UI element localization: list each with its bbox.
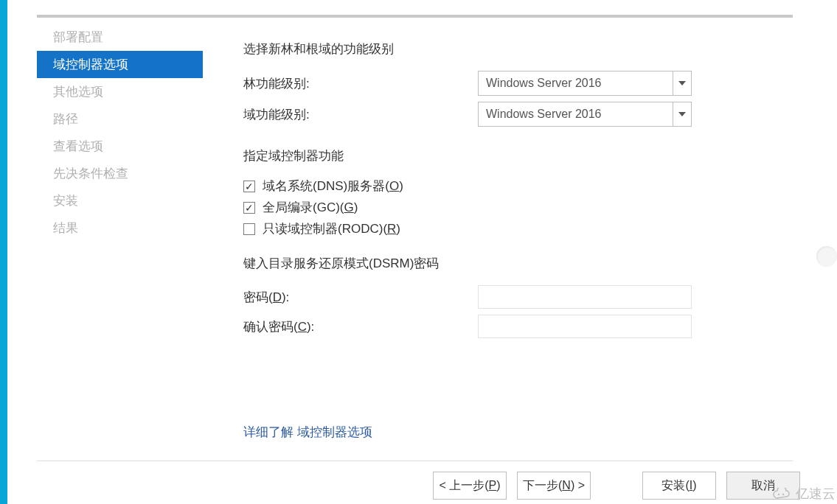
header-divider: [37, 15, 793, 18]
password-label-post: ):: [282, 290, 289, 304]
next-post: ) >: [571, 479, 585, 492]
password-label-pre: 密码(: [243, 290, 273, 304]
chevron-down-icon: [678, 112, 686, 116]
next-pre: 下一步(: [523, 478, 562, 494]
previous-post: ): [496, 479, 500, 492]
sidebar-item-dc-options[interactable]: 域控制器选项: [37, 51, 203, 78]
install-post: ): [692, 479, 696, 492]
dns-checkbox-label: 域名系统(DNS)服务器(O): [263, 178, 403, 195]
wizard-button-bar: < 上一步(P) 下一步(N) > 安装(I) 取消: [433, 472, 800, 500]
window-left-edge: [0, 0, 7, 504]
rodc-hotkey: R: [387, 222, 396, 236]
learn-more-row: 详细了解 域控制器选项: [243, 424, 372, 441]
previous-hotkey: P: [489, 479, 497, 492]
svg-point-1: [782, 494, 784, 495]
forest-level-row: 林功能级别: Windows Server 2016: [243, 71, 785, 96]
confirm-label-post: ):: [307, 320, 314, 334]
sidebar-item-review-options[interactable]: 查看选项: [37, 133, 203, 160]
sidebar-item-additional-options[interactable]: 其他选项: [37, 78, 203, 105]
svg-point-0: [778, 494, 779, 495]
domain-level-row: 域功能级别: Windows Server 2016: [243, 102, 785, 127]
previous-pre: < 上一步(: [439, 478, 488, 494]
confirm-label-pre: 确认密码(: [243, 320, 298, 334]
wizard-steps-sidebar: 部署配置 域控制器选项 其他选项 路径 查看选项 先决条件检查 安装 结果: [37, 24, 203, 242]
rodc-label-post: ): [396, 222, 400, 236]
footer-divider: [37, 461, 793, 461]
dns-checkbox-row[interactable]: 域名系统(DNS)服务器(O): [243, 178, 785, 195]
install-button[interactable]: 安装(I): [642, 472, 716, 500]
sidebar-item-installation[interactable]: 安装: [37, 187, 203, 214]
next-hotkey: N: [562, 479, 571, 492]
forest-level-label: 林功能级别:: [243, 75, 478, 92]
dns-hotkey: O: [389, 179, 399, 193]
password-label: 密码(D):: [243, 289, 478, 306]
rodc-checkbox-label: 只读域控制器(RODC)(R): [263, 220, 400, 237]
sidebar-item-results[interactable]: 结果: [37, 214, 203, 242]
watermark: 亿速云: [772, 485, 836, 503]
install-pre: 安装(: [661, 478, 689, 494]
forest-level-select[interactable]: Windows Server 2016: [478, 71, 692, 96]
chevron-down-icon: [678, 81, 686, 85]
gc-hotkey: G: [344, 200, 353, 214]
gc-checkbox-label: 全局编录(GC)(G): [263, 199, 358, 216]
next-button[interactable]: 下一步(N) >: [517, 472, 591, 500]
dsrm-password-title: 键入目录服务还原模式(DSRM)密码: [243, 255, 785, 272]
password-row: 密码(D):: [243, 285, 785, 309]
sidebar-item-paths[interactable]: 路径: [37, 105, 203, 133]
domain-level-dropdown-button[interactable]: [673, 102, 692, 127]
learn-more-link[interactable]: 详细了解 域控制器选项: [243, 425, 372, 439]
dc-capabilities-title: 指定域控制器功能: [243, 147, 785, 164]
forest-level-dropdown-button[interactable]: [673, 71, 692, 96]
sidebar-item-deployment-config[interactable]: 部署配置: [37, 24, 203, 51]
previous-button[interactable]: < 上一步(P): [433, 472, 507, 500]
domain-level-value: Windows Server 2016: [478, 102, 673, 127]
dns-checkbox[interactable]: [243, 181, 255, 192]
sidebar-item-prerequisites-check[interactable]: 先决条件检查: [37, 160, 203, 187]
confirm-password-row: 确认密码(C):: [243, 315, 785, 338]
cloud-icon: [772, 488, 791, 500]
rodc-checkbox[interactable]: [243, 223, 255, 235]
confirm-password-label: 确认密码(C):: [243, 318, 478, 335]
gc-label-pre: 全局编录(GC)(: [263, 200, 344, 214]
gc-checkbox-row[interactable]: 全局编录(GC)(G): [243, 199, 785, 216]
gc-checkbox[interactable]: [243, 202, 255, 214]
side-indicator: [816, 246, 837, 267]
forest-level-value: Windows Server 2016: [478, 71, 673, 96]
dns-label-post: ): [399, 179, 403, 193]
main-content: 选择新林和根域的功能级别 林功能级别: Windows Server 2016 …: [243, 33, 785, 344]
functional-levels-title: 选择新林和根域的功能级别: [243, 41, 785, 57]
domain-level-label: 域功能级别:: [243, 106, 478, 123]
password-input[interactable]: [478, 285, 692, 309]
domain-level-select[interactable]: Windows Server 2016: [478, 102, 692, 127]
confirm-hotkey: C: [298, 320, 307, 334]
gc-label-post: ): [354, 200, 358, 214]
watermark-text: 亿速云: [796, 485, 836, 503]
rodc-checkbox-row[interactable]: 只读域控制器(RODC)(R): [243, 220, 785, 237]
password-hotkey: D: [273, 290, 282, 304]
confirm-password-input[interactable]: [478, 315, 692, 338]
dns-label-pre: 域名系统(DNS)服务器(: [263, 179, 389, 193]
rodc-label-pre: 只读域控制器(RODC)(: [263, 222, 387, 236]
